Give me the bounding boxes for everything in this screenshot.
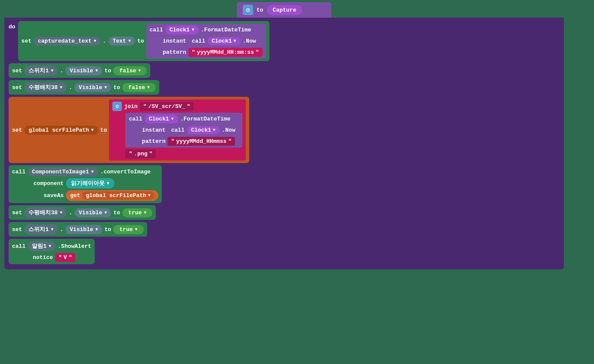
call-convert-image-stmt: call ComponentToImage1 ▼ .convertToImage…: [9, 165, 162, 203]
row-switch1-true: set 스위치1 ▼ . Visible ▼ to: [9, 222, 560, 237]
pattern-arg-row-1: pattern " yyyyMMdd_HH:mm:ss ": [150, 48, 263, 57]
instant-label-1: instant: [163, 38, 186, 44]
png-value: .png: [134, 151, 147, 157]
saveAs-arg-row: saveAs get global scrFilePath ▼: [12, 190, 158, 201]
to-kw-3: to: [113, 84, 120, 91]
instant-arg-row-2: instant call Clock1 ▼ .Now: [129, 125, 238, 136]
componenttoimage1-pill[interactable]: ComponentToImage1 ▼: [28, 167, 98, 176]
to-kw-4: to: [100, 127, 107, 133]
row-show-alert: call 알림1 ▼ .ShowAlert notice: [9, 239, 560, 264]
join-kw: join: [124, 103, 137, 110]
clock1-pill-2[interactable]: Clock1 ▼: [145, 114, 178, 123]
h38-pill[interactable]: 수평배치38 ▼: [24, 82, 67, 93]
png-string-block: " .png ": [125, 149, 156, 158]
call-kw-3: call: [12, 169, 25, 175]
call-format-datetime-2: call Clock1 ▼ .FormatDateTime: [125, 113, 242, 148]
dot-6: .: [60, 226, 63, 233]
join-string-1: " /SV_scr/SV_ ": [140, 102, 194, 111]
global-scrfilepath-inner-pill[interactable]: global scrFilePath ▼: [82, 191, 154, 200]
capturedate-text-pill[interactable]: capturedate_text ▼: [34, 37, 101, 46]
switch1-pill-2[interactable]: 스위치1 ▼: [24, 224, 58, 234]
false-bool-1[interactable]: false ▼: [113, 66, 147, 75]
row-switch1-visible: set 스위치1 ▼ . Visible ▼ to: [9, 63, 560, 78]
alert1-pill[interactable]: 알림1 ▼: [28, 241, 56, 251]
set-stmt-capturedate: set capturedate_text ▼ . Text ▼: [18, 21, 269, 61]
set-switch1-true-stmt: set 스위치1 ▼ . Visible ▼ to: [9, 222, 147, 237]
now-method-2: .Now: [222, 127, 235, 133]
pattern-value-2: yyyyMMdd_HHmmss: [176, 138, 226, 145]
do-keyword: do: [9, 21, 15, 30]
set-global-scrfilepath-stmt: set global scrFilePath ▼ to: [9, 97, 249, 163]
visible-pill-2[interactable]: Visible ▼: [65, 66, 102, 75]
do-body-outer: do set capturedate_text ▼ .: [4, 18, 564, 269]
to-kw-2: to: [105, 68, 111, 74]
component-label: component: [29, 180, 64, 187]
false-bool-2[interactable]: false ▼: [122, 83, 156, 92]
call-kw-2: call: [129, 116, 142, 122]
join-block: ⚙ join " /SV_scr/SV_ ": [109, 99, 245, 160]
clock1-now-pill-2[interactable]: Clock1 ▼: [187, 126, 220, 134]
set-h38-visible-stmt: set 수평배치38 ▼ . Visible ▼ to: [9, 80, 159, 95]
row-h38-true: set 수평배치38 ▼ . Visible ▼ to: [9, 205, 560, 220]
text-property-pill[interactable]: Text ▼: [108, 37, 135, 46]
notice-label: notice: [29, 254, 53, 261]
canvas: ⚙ to Capture do set: [0, 0, 594, 364]
set-capturedate-row: set capturedate_text ▼ . Text ▼: [22, 24, 266, 59]
instant-arg-row-1: instant call Clock1 ▼ .Now: [150, 36, 263, 46]
set-global-header: set global scrFilePath ▼ to: [12, 99, 246, 160]
set-kw-3: set: [12, 84, 22, 91]
component-arg-row: component 읽기레이아웃 ▼: [12, 178, 158, 188]
gear-icon[interactable]: ⚙: [243, 5, 253, 15]
call-kw-now-2: call: [171, 127, 184, 133]
set-kw-1: set: [22, 38, 31, 44]
main-block-wrapper: ⚙ to Capture do set: [4, 2, 564, 269]
h38-pill-2[interactable]: 수평배치38 ▼: [24, 207, 67, 218]
notice-value-block: " V ": [55, 253, 75, 262]
format-datetime-method-2: .FormatDateTime: [180, 116, 231, 122]
call-kw-1: call: [150, 27, 163, 33]
set-kw-6: set: [12, 226, 22, 233]
global-scrfilepath-pill[interactable]: global scrFilePath ▼: [24, 126, 98, 135]
clock1-now-pill-1[interactable]: Clock1 ▼: [207, 37, 241, 45]
dot-1: .: [103, 38, 106, 44]
now-method-1: .Now: [243, 38, 256, 44]
event-to-keyword: to: [257, 7, 263, 13]
pattern-arg-row-2: pattern " yyyyMMdd_HHmmss ": [129, 137, 238, 146]
event-name-pill[interactable]: Capture: [267, 5, 303, 15]
call-header-2: call Clock1 ▼ .FormatDateTime: [129, 114, 238, 123]
true-bool-1[interactable]: true ▼: [122, 208, 152, 217]
dot-3: .: [69, 84, 72, 91]
format-datetime-method-1: .FormatDateTime: [201, 27, 251, 33]
row-scrfilepath: set global scrFilePath ▼ to: [9, 97, 560, 163]
join-gear-icon[interactable]: ⚙: [112, 102, 122, 111]
do-body: do set capturedate_text ▼ .: [4, 18, 564, 269]
set-switch1-visible-stmt: set 스위치1 ▼ . Visible ▼ to: [9, 63, 150, 78]
set-kw-4: set: [12, 127, 22, 133]
call-clock-now-2: call Clock1 ▼ .Now: [167, 125, 238, 136]
visible-pill-3[interactable]: Visible ▼: [74, 83, 111, 92]
row-convert-image: call ComponentToImage1 ▼ .convertToImage…: [9, 165, 560, 203]
true-bool-2[interactable]: true ▼: [113, 225, 143, 234]
call-clock-now-1: call Clock1 ▼ .Now: [189, 36, 260, 46]
set-kw-5: set: [12, 210, 22, 216]
notice-arg-row: notice " V ": [12, 253, 91, 262]
dot-5: .: [69, 210, 72, 216]
event-header: ⚙ to Capture: [237, 2, 331, 18]
visible-pill-6[interactable]: Visible ▼: [65, 225, 102, 234]
set-kw-2: set: [12, 68, 22, 74]
visible-pill-5[interactable]: Visible ▼: [74, 208, 111, 217]
pattern-label-2: pattern: [142, 138, 165, 145]
call-kw-now-1: call: [192, 38, 205, 44]
pattern-value-1: yyyyMMdd_HH:mm:ss: [197, 49, 254, 56]
call-format-datetime-1: call Clock1 ▼ .FormatDateTime: [146, 24, 266, 59]
switch1-pill[interactable]: 스위치1 ▼: [24, 65, 58, 76]
layout-pill[interactable]: 읽기레이아웃 ▼: [66, 178, 114, 188]
clock1-pill-1[interactable]: Clock1 ▼: [165, 25, 199, 34]
set-h38-true-stmt: set 수평배치38 ▼ . Visible ▼ to: [9, 205, 156, 220]
saveAs-label: saveAs: [29, 192, 64, 199]
row-1: do set capturedate_text ▼ .: [9, 21, 560, 61]
call-header-1: call Clock1 ▼ .FormatDateTime: [150, 25, 263, 34]
call-show-alert-stmt: call 알림1 ▼ .ShowAlert notice: [9, 239, 95, 264]
sv-scr-value: /SV_scr/SV_: [148, 103, 186, 110]
convert-method: .convertToImage: [100, 169, 151, 175]
